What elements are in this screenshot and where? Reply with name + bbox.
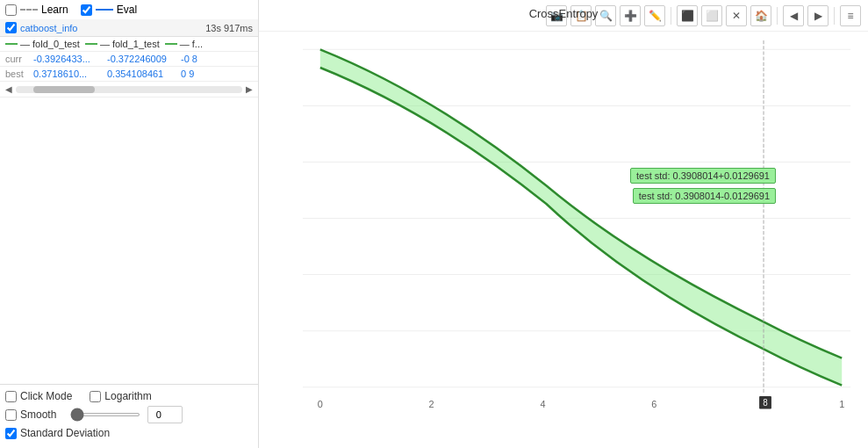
- svg-text:4: 4: [540, 399, 545, 409]
- learn-line-icon: [20, 9, 38, 11]
- smooth-slider[interactable]: [70, 413, 140, 416]
- home-button[interactable]: 🏠: [750, 5, 771, 26]
- scroll-right-icon[interactable]: ▶: [246, 84, 253, 94]
- scrollbar-area[interactable]: ◀ ▶: [0, 82, 258, 98]
- svg-text:2: 2: [429, 399, 434, 409]
- curr-val3: -0 8: [181, 54, 197, 64]
- std-dev-row: Standard Deviation: [5, 427, 253, 439]
- lasso-button[interactable]: ⬜: [701, 5, 722, 26]
- chart-area: 0.65 0.6 0.55 0.5 0.45 0.4 0.35 0 2 4 6 …: [259, 32, 868, 448]
- catboost-name: catboost_info: [20, 23, 202, 33]
- click-mode-checkbox[interactable]: [5, 391, 17, 402]
- eval-label: Eval: [117, 4, 137, 16]
- curr-val1: -0.3926433...: [33, 54, 104, 64]
- svg-text:1: 1: [839, 399, 844, 409]
- spacer: [0, 98, 258, 384]
- fold-1: — fold_1_test: [85, 39, 160, 49]
- curr-val2: -0.372246009: [107, 54, 177, 64]
- smooth-checkbox[interactable]: [5, 409, 17, 421]
- smooth-label[interactable]: Smooth: [5, 408, 56, 421]
- fold-0: — fold_0_test: [5, 39, 80, 49]
- pan-button[interactable]: ➕: [620, 5, 641, 26]
- toolbar-sep-2: [777, 7, 778, 25]
- smooth-number-input[interactable]: [147, 406, 183, 423]
- best-val3: 0 9: [181, 69, 194, 79]
- svg-text:0: 0: [318, 399, 323, 409]
- logarithm-text: Logarithm: [104, 390, 151, 402]
- learn-checkbox[interactable]: [5, 4, 17, 16]
- learn-label: Learn: [41, 4, 68, 16]
- curr-label: curr: [5, 54, 30, 64]
- click-mode-label[interactable]: Click Mode: [5, 390, 72, 402]
- fold-more: — f...: [165, 39, 203, 49]
- eval-checkbox[interactable]: [81, 4, 92, 16]
- std-dev-text: Standard Deviation: [20, 427, 110, 439]
- toolbar-sep-3: [834, 7, 835, 25]
- scrollbar-thumb[interactable]: [33, 86, 95, 93]
- best-row: best 0.3718610... 0.354108461 0 9: [0, 67, 258, 82]
- chart-svg: 0.65 0.6 0.55 0.5 0.45 0.4 0.35 0 2 4 6 …: [303, 40, 859, 422]
- fold-1-label: — fold_1_test: [100, 39, 160, 49]
- catboost-time: 13s 917ms: [205, 23, 253, 33]
- eval-line-icon: [96, 9, 113, 11]
- forward-button[interactable]: ▶: [807, 5, 829, 26]
- right-panel: CrossEntropy 📷 📋 🔍 ➕ ✏️ ⬛ ⬜ ✕ 🏠 ◀ ▶ ≡ 0.…: [259, 0, 868, 448]
- logarithm-checkbox[interactable]: [90, 391, 101, 402]
- fold-0-label: — fold_0_test: [20, 39, 80, 49]
- curr-row: curr -0.3926433... -0.372246009 -0 8: [0, 52, 258, 67]
- folds-row: — fold_0_test — fold_1_test — f...: [0, 37, 258, 52]
- logarithm-label[interactable]: Logarithm: [90, 390, 151, 402]
- smooth-row: Smooth: [5, 406, 253, 423]
- click-mode-text: Click Mode: [20, 390, 72, 402]
- click-mode-row: Click Mode Logarithm: [5, 390, 253, 402]
- fold-more-label: — f...: [180, 39, 203, 49]
- scroll-left-icon[interactable]: ◀: [5, 84, 12, 94]
- fold-0-line-icon: [5, 43, 18, 45]
- smooth-text: Smooth: [20, 408, 56, 421]
- back-button[interactable]: ◀: [783, 5, 804, 26]
- svg-text:6: 6: [651, 399, 656, 409]
- learn-checkbox-label[interactable]: Learn: [5, 4, 68, 16]
- box-select-button[interactable]: ⬛: [677, 5, 698, 26]
- left-panel: Learn Eval catboost_info 13s 917ms — fol…: [0, 0, 259, 448]
- fold-1-line-icon: [85, 43, 97, 45]
- std-dev-label[interactable]: Standard Deviation: [5, 427, 110, 439]
- fold-more-line-icon: [165, 43, 177, 45]
- legend-row: Learn Eval: [0, 0, 258, 19]
- more-button[interactable]: ≡: [840, 5, 861, 26]
- best-val2: 0.354108461: [107, 69, 177, 79]
- chart-title: CrossEntropy: [529, 7, 599, 20]
- svg-text:8: 8: [763, 398, 768, 408]
- std-dev-checkbox[interactable]: [5, 428, 17, 439]
- best-label: best: [5, 69, 30, 79]
- draw-button[interactable]: ✏️: [644, 5, 665, 26]
- close-button[interactable]: ✕: [726, 5, 747, 26]
- best-val1: 0.3718610...: [33, 69, 104, 79]
- scrollbar-track[interactable]: [16, 86, 242, 93]
- toolbar-sep-1: [671, 7, 671, 25]
- bottom-controls: Click Mode Logarithm Smooth Standard Dev…: [0, 384, 258, 448]
- catboost-row: catboost_info 13s 917ms: [0, 19, 258, 37]
- eval-checkbox-label[interactable]: Eval: [81, 4, 137, 16]
- catboost-checkbox[interactable]: [5, 22, 17, 33]
